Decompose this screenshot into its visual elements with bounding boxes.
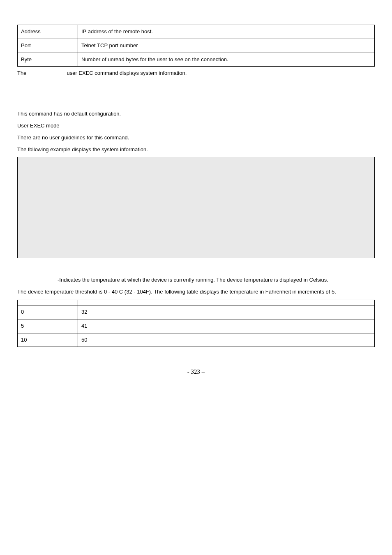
temperature-sentence: -Indicates the temperature at which the … xyxy=(58,277,328,283)
default-config-text: This command has no default configuratio… xyxy=(17,110,375,118)
temperature-threshold: The device temperature threshold is 0 - … xyxy=(17,288,375,296)
fahrenheit-value: 50 xyxy=(78,333,375,347)
field-desc: Number of unread bytes for the user to s… xyxy=(78,53,375,67)
field-key: Byte xyxy=(18,53,78,67)
header-celsius xyxy=(18,300,78,305)
table-row: Port Telnet TCP port number xyxy=(18,39,375,53)
table-header-row xyxy=(18,300,375,305)
intro-prefix: The xyxy=(17,70,26,76)
code-block xyxy=(17,157,375,258)
guidelines-text: There are no user guidelines for this co… xyxy=(17,134,375,142)
header-fahrenheit xyxy=(78,300,375,305)
field-key: Port xyxy=(18,39,78,53)
example-text: The following example displays the syste… xyxy=(17,146,375,154)
intro-rest: user EXEC command displays system inform… xyxy=(67,70,187,76)
celsius-value: 5 xyxy=(18,319,78,333)
celsius-value: 10 xyxy=(18,333,78,347)
page-number: - 323 – xyxy=(17,367,375,377)
table-row: Address IP address of the remote host. xyxy=(18,25,375,39)
intro-text: Theuser EXEC command displays system inf… xyxy=(17,69,375,78)
table-row: Byte Number of unread bytes for the user… xyxy=(18,53,375,67)
field-desc: Telnet TCP port number xyxy=(78,39,375,53)
mode-text: User EXEC mode xyxy=(17,122,375,130)
table-row: 10 50 xyxy=(18,333,375,347)
field-desc: IP address of the remote host. xyxy=(78,25,375,39)
field-key: Address xyxy=(18,25,78,39)
celsius-value: 0 xyxy=(18,305,78,319)
temperature-table: 0 32 5 41 10 50 xyxy=(17,300,375,347)
field-table: Address IP address of the remote host. P… xyxy=(17,25,375,67)
temperature-description: -Indicates the temperature at which the … xyxy=(17,276,375,284)
table-row: 5 41 xyxy=(18,319,375,333)
fahrenheit-value: 32 xyxy=(78,305,375,319)
table-row: 0 32 xyxy=(18,305,375,319)
fahrenheit-value: 41 xyxy=(78,319,375,333)
